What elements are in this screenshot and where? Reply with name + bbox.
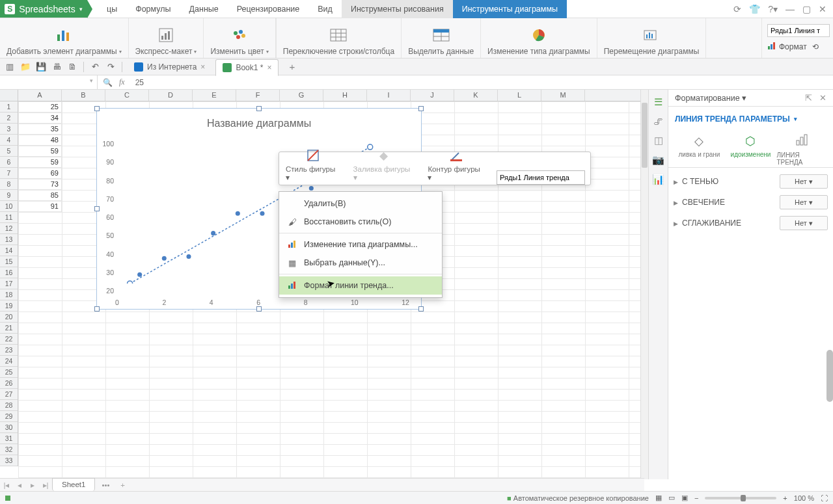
close-tab-icon[interactable]: × bbox=[267, 63, 271, 72]
zoom-out[interactable]: − bbox=[694, 494, 698, 502]
view-grid-icon[interactable]: ▦ bbox=[655, 494, 662, 502]
app-badge[interactable]: S Spreadsheets ▾ bbox=[0, 0, 87, 18]
row-header[interactable]: 28 bbox=[0, 400, 18, 411]
menu-chart-tools[interactable]: Инструменты диаграммы bbox=[453, 0, 567, 18]
ribbon-express-layout[interactable]: Экспресс-макет▾ bbox=[129, 18, 204, 58]
menu-item[interactable]: Рецензирование bbox=[228, 0, 309, 18]
menu-item[interactable]: цы bbox=[98, 0, 126, 18]
backup-label[interactable]: Автоматическое резервное копирование bbox=[513, 494, 649, 502]
ctx-change-chart-type[interactable]: Изменение типа диаграммы... bbox=[279, 235, 442, 254]
cell[interactable]: 59 bbox=[18, 146, 62, 157]
cell[interactable]: 34 bbox=[18, 113, 62, 124]
menu-item[interactable]: Вид bbox=[308, 0, 342, 18]
row-header[interactable]: 31 bbox=[0, 433, 18, 444]
row-header[interactable]: 32 bbox=[0, 444, 18, 455]
doc-tab-web[interactable]: Из Интернета × bbox=[128, 59, 212, 75]
chart-title[interactable]: Название диаграммы bbox=[97, 109, 421, 129]
row-header[interactable]: 6 bbox=[0, 157, 18, 168]
cell[interactable]: 59 bbox=[18, 157, 62, 168]
row-header[interactable]: 1 bbox=[0, 101, 18, 113]
fx-icon[interactable]: fx bbox=[119, 77, 125, 87]
help-icon[interactable]: ?▾ bbox=[768, 4, 778, 14]
pane-row-smoothing[interactable]: ▶СГЛАЖИВАНИЕ Нет ▾ bbox=[674, 216, 828, 230]
minimize-icon[interactable]: — bbox=[785, 4, 795, 14]
zoom-in[interactable]: + bbox=[783, 494, 787, 502]
zoom-icon[interactable]: 🔍 bbox=[103, 78, 113, 87]
dropdown-button[interactable]: Нет ▾ bbox=[780, 174, 828, 189]
col-header[interactable]: K bbox=[454, 90, 498, 101]
row-header[interactable]: 26 bbox=[0, 378, 18, 389]
row-header[interactable]: 23 bbox=[0, 345, 18, 356]
row-headers[interactable]: 1234567891011121314151617181920212223242… bbox=[0, 101, 18, 466]
resize-handle[interactable] bbox=[418, 106, 424, 111]
row-header[interactable]: 22 bbox=[0, 334, 18, 345]
row-header[interactable]: 14 bbox=[0, 245, 18, 256]
tab-nav-next[interactable]: ▸ bbox=[26, 481, 39, 490]
series-select-input[interactable] bbox=[767, 24, 830, 37]
ribbon-switch-rowcol[interactable]: Переключение строки/столбца bbox=[276, 18, 402, 58]
sync-icon[interactable]: ⟳ bbox=[733, 4, 741, 14]
add-sheet[interactable]: + bbox=[116, 481, 130, 489]
name-box[interactable] bbox=[0, 75, 98, 89]
undo-icon[interactable]: ↶ bbox=[89, 61, 101, 73]
row-header[interactable]: 20 bbox=[0, 312, 18, 323]
print-icon[interactable]: 🖶 bbox=[51, 61, 62, 73]
row-header[interactable]: 25 bbox=[0, 367, 18, 378]
menu-item[interactable]: Формулы bbox=[126, 0, 180, 18]
menu-item[interactable]: Данные bbox=[180, 0, 228, 18]
ctx-format-trendline[interactable]: Формат линии тренда... bbox=[279, 276, 442, 295]
ribbon-change-type[interactable]: Изменение типа диаграммы bbox=[481, 18, 597, 58]
open-icon[interactable]: 📁 bbox=[20, 61, 31, 73]
new-tab-button[interactable]: + bbox=[282, 59, 301, 75]
ribbon-add-chart-element[interactable]: Добавить элемент диаграммы▾ bbox=[0, 18, 129, 58]
zoom-value[interactable]: 100 % bbox=[794, 494, 814, 502]
row-header[interactable]: 12 bbox=[0, 223, 18, 234]
ribbon-move-chart[interactable]: Перемещение диаграммы bbox=[597, 18, 707, 58]
print-preview-icon[interactable]: 🗎 bbox=[66, 61, 78, 73]
pane-tab-effects[interactable]: ⬡ идоизменени bbox=[725, 134, 776, 166]
shirt-icon[interactable]: 👕 bbox=[749, 4, 760, 14]
col-header[interactable]: G bbox=[280, 90, 323, 101]
resize-handle[interactable] bbox=[94, 306, 100, 312]
ctx-select-data[interactable]: ▦ Выбрать данные(Y)... bbox=[279, 254, 442, 272]
cell[interactable]: 91 bbox=[18, 201, 62, 212]
col-header[interactable]: E bbox=[193, 90, 236, 101]
new-icon[interactable]: ▥ bbox=[4, 61, 16, 73]
tab-nav-first[interactable]: |◂ bbox=[0, 481, 13, 490]
row-header[interactable]: 29 bbox=[0, 411, 18, 422]
ribbon-select-data[interactable]: Выделить данные bbox=[402, 18, 481, 58]
col-header[interactable]: L bbox=[498, 90, 541, 101]
sheet-tab[interactable]: Sheet1 bbox=[52, 478, 95, 491]
save-icon[interactable]: 💾 bbox=[35, 61, 47, 73]
cell[interactable]: 25 bbox=[18, 101, 62, 113]
col-header[interactable]: I bbox=[367, 90, 411, 101]
row-header[interactable]: 13 bbox=[0, 234, 18, 245]
cell[interactable]: 85 bbox=[18, 190, 62, 201]
row-header[interactable]: 8 bbox=[0, 179, 18, 190]
view-normal-icon[interactable]: ▭ bbox=[668, 494, 675, 502]
row-header[interactable]: 21 bbox=[0, 323, 18, 334]
pane-tab-fill[interactable]: ◇ ливка и грани bbox=[674, 134, 724, 166]
doc-tab-book[interactable]: Book1 * × bbox=[215, 59, 279, 76]
resize-handle[interactable] bbox=[256, 106, 262, 111]
vertical-scrollbar[interactable] bbox=[640, 90, 648, 479]
ctx-restore-style[interactable]: 🖌 Восстановить стиль(O) bbox=[279, 213, 442, 231]
formula-value[interactable]: 25 bbox=[130, 78, 144, 87]
row-header[interactable]: 15 bbox=[0, 256, 18, 267]
col-header[interactable]: M bbox=[541, 90, 585, 101]
mini-series-input[interactable] bbox=[497, 170, 585, 185]
col-header[interactable]: D bbox=[149, 90, 193, 101]
row-header[interactable]: 16 bbox=[0, 267, 18, 278]
row-header[interactable]: 30 bbox=[0, 422, 18, 433]
row-header[interactable]: 33 bbox=[0, 455, 18, 466]
pane-row-glow[interactable]: ▶СВЕЧЕНИЕ Нет ▾ bbox=[674, 195, 828, 209]
row-header[interactable]: 4 bbox=[0, 135, 18, 146]
shape-outline-button[interactable]: Контур фигуры ▾ bbox=[421, 146, 491, 185]
row-header[interactable]: 10 bbox=[0, 201, 18, 212]
row-header[interactable]: 9 bbox=[0, 190, 18, 201]
row-header[interactable]: 17 bbox=[0, 278, 18, 289]
close-tab-icon[interactable]: × bbox=[200, 62, 205, 72]
restore-icon[interactable]: ▢ bbox=[802, 4, 811, 14]
row-header[interactable]: 2 bbox=[0, 113, 18, 124]
resize-handle[interactable] bbox=[94, 206, 100, 211]
